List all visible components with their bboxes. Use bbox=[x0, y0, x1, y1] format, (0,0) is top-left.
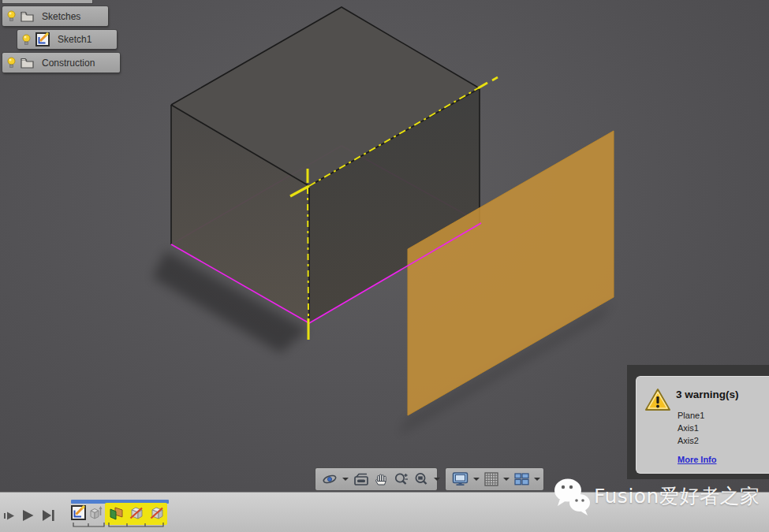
timeline-feature-plane1[interactable] bbox=[108, 504, 125, 524]
timeline-feature-sketch[interactable] bbox=[71, 505, 86, 523]
timeline-group-bracket bbox=[73, 523, 106, 528]
look-at-icon bbox=[353, 473, 369, 486]
viewports-icon bbox=[514, 473, 529, 485]
midplane-feature-icon bbox=[108, 504, 125, 521]
tree-label[interactable]: Sketch1 bbox=[54, 34, 91, 45]
tree-row-sketches[interactable]: Sketches bbox=[2, 6, 108, 26]
grid-icon bbox=[484, 472, 498, 486]
axis-feature-icon bbox=[129, 504, 145, 521]
viewports-button[interactable] bbox=[513, 470, 531, 489]
timeline-feature-axis2[interactable] bbox=[149, 504, 166, 524]
display-settings-button[interactable] bbox=[450, 470, 470, 489]
warning-triangle-icon bbox=[644, 387, 672, 412]
orbit-icon bbox=[322, 472, 338, 486]
axis-feature-icon bbox=[149, 504, 166, 521]
tree-row-sketch1[interactable]: Sketch1 bbox=[17, 30, 117, 49]
nav-toolbar-view bbox=[315, 468, 437, 490]
viewports-dropdown-caret[interactable] bbox=[534, 478, 540, 481]
warning-item[interactable]: Axis1 bbox=[678, 423, 699, 433]
grid-button[interactable] bbox=[483, 470, 500, 489]
more-info-link[interactable]: More Info bbox=[678, 455, 717, 464]
zoom-button[interactable] bbox=[392, 470, 411, 489]
nav-toolbar-display bbox=[446, 468, 543, 490]
pan-button[interactable] bbox=[372, 470, 390, 489]
tree-label[interactable]: Construction bbox=[39, 58, 95, 69]
warning-title: 3 warning(s) bbox=[676, 389, 739, 400]
wechat-icon bbox=[551, 476, 593, 517]
play-icon bbox=[21, 508, 35, 523]
timeline-feature-axis1[interactable] bbox=[129, 504, 145, 524]
tree-row-construction[interactable]: Construction bbox=[2, 53, 120, 73]
grid-dropdown-caret[interactable] bbox=[503, 478, 510, 481]
visibility-bulb-icon[interactable] bbox=[22, 34, 31, 46]
timeline-feature-extrude[interactable] bbox=[88, 505, 103, 523]
sketch-icon bbox=[35, 32, 50, 47]
pan-hand-icon bbox=[374, 472, 389, 486]
step-forward-icon bbox=[3, 510, 16, 522]
visibility-bulb-icon[interactable] bbox=[7, 57, 16, 69]
orbit-dropdown-caret[interactable] bbox=[342, 478, 349, 481]
timeline-go-to-end-button[interactable] bbox=[42, 508, 55, 526]
warning-toast[interactable]: 3 warning(s) Plane1 Axis1 Axis2 More Inf… bbox=[636, 376, 769, 474]
visibility-bulb-icon[interactable] bbox=[7, 10, 16, 22]
go-to-end-icon bbox=[42, 508, 55, 523]
fit-dropdown-caret[interactable] bbox=[434, 478, 440, 481]
display-settings-icon bbox=[452, 472, 468, 486]
tree-label[interactable]: Sketches bbox=[39, 11, 80, 22]
warning-item[interactable]: Axis2 bbox=[678, 436, 699, 445]
look-at-button[interactable] bbox=[352, 470, 371, 489]
extrude-feature-icon bbox=[88, 505, 103, 520]
folder-icon bbox=[21, 11, 34, 22]
watermark-text: Fusion爱好者之家 bbox=[594, 483, 760, 509]
folder-icon bbox=[21, 58, 34, 69]
fit-button[interactable] bbox=[412, 470, 431, 489]
zoom-icon bbox=[394, 472, 409, 486]
sketch-feature-icon bbox=[71, 505, 86, 520]
fit-icon bbox=[414, 472, 429, 486]
warning-item[interactable]: Plane1 bbox=[678, 411, 704, 420]
display-dropdown-caret[interactable] bbox=[473, 478, 480, 481]
timeline-step-button[interactable] bbox=[3, 510, 16, 525]
timeline-group-bracket bbox=[108, 523, 165, 528]
timeline-play-button[interactable] bbox=[21, 508, 35, 526]
orbit-button[interactable] bbox=[320, 470, 339, 489]
tree-row-clipped bbox=[2, 0, 92, 3]
